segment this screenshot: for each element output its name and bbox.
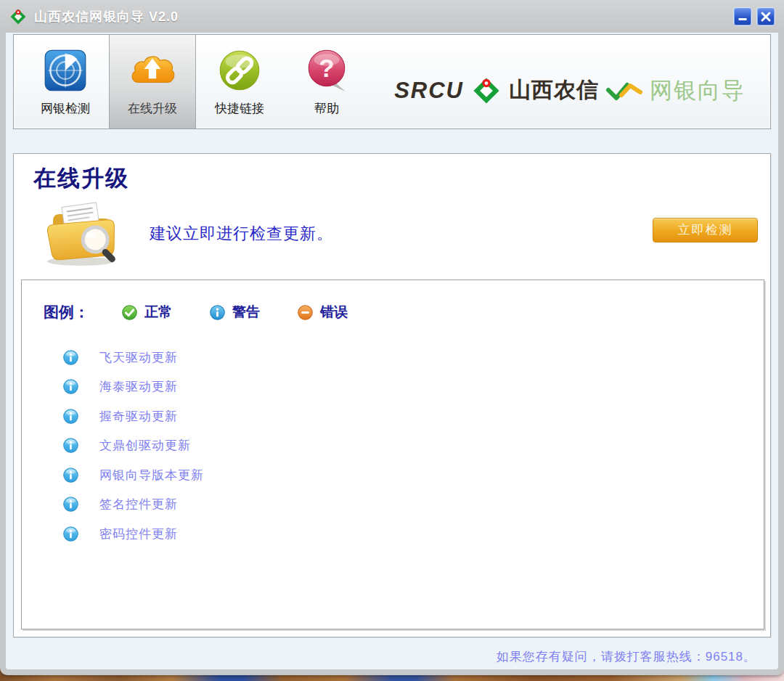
legend-title: 图例： (44, 302, 89, 322)
update-label: 签名控件更新 (99, 496, 178, 513)
toolbar-header: 网银检测 在线升级 (13, 34, 771, 129)
info-icon (63, 468, 78, 483)
legend-label-ok: 正常 (144, 303, 172, 322)
legend-item-warning: 警告 (210, 303, 260, 322)
update-list: 飞天驱动更新 海泰驱动更新 (22, 343, 764, 549)
check-now-button[interactable]: 立即检测 (653, 218, 758, 242)
legend-label-warning: 警告 (232, 303, 260, 322)
info-icon (63, 379, 78, 394)
brand-org-text: 山西农信 (509, 76, 599, 105)
toolbar-tabs: 网银检测 在线升级 (22, 35, 370, 129)
srcu-emblem-icon (470, 75, 502, 107)
minimize-button[interactable] (733, 7, 752, 26)
upgrade-suggestion-text: 建议立即进行检查更新。 (150, 223, 333, 245)
status-warning-icon (210, 305, 225, 320)
update-label: 文鼎创驱动更新 (99, 437, 191, 454)
update-label: 密码控件更新 (99, 526, 178, 542)
brand-check-mark-icon (605, 79, 643, 102)
close-icon (760, 11, 772, 23)
status-error-icon (298, 305, 313, 320)
info-icon (63, 526, 78, 542)
tab-label: 帮助 (314, 100, 339, 117)
brand-area: SRCU 山西农信 网银向导 (394, 52, 770, 129)
update-row-password-control[interactable]: 密码控件更新 (22, 519, 764, 549)
legend-item-error: 错误 (298, 303, 348, 322)
tab-label: 网银检测 (41, 100, 90, 117)
info-icon (63, 497, 78, 512)
legend-row: 图例： 正常 (44, 302, 348, 322)
page-title: 在线升级 (33, 163, 129, 194)
update-list-panel: 图例： 正常 (21, 280, 764, 629)
folder-search-icon (38, 197, 126, 266)
legend-item-ok: 正常 (122, 303, 172, 322)
status-ok-icon (122, 305, 137, 320)
update-row-wizard-version[interactable]: 网银向导版本更新 (22, 460, 764, 490)
statusbar: 如果您存有疑问，请拨打客服热线：96518。 (6, 643, 756, 669)
update-row-feitian[interactable]: 飞天驱动更新 (22, 343, 764, 372)
update-row-wendingchuang[interactable]: 文鼎创驱动更新 (22, 431, 764, 461)
update-label: 海泰驱动更新 (99, 378, 178, 395)
update-row-haitai[interactable]: 海泰驱动更新 (22, 372, 764, 402)
update-row-signature-control[interactable]: 签名控件更新 (22, 490, 764, 520)
tab-bank-detect[interactable]: 网银检测 (22, 35, 109, 129)
tab-online-upgrade[interactable]: 在线升级 (109, 35, 196, 129)
tab-quick-links[interactable]: 快捷链接 (196, 35, 283, 129)
tab-help[interactable]: ? 帮助 (283, 35, 370, 129)
legend-label-error: 错误 (320, 303, 348, 322)
help-bubble-icon: ? (303, 46, 351, 94)
info-icon (63, 438, 78, 453)
content-area: 网银检测 在线升级 (6, 33, 778, 669)
tab-label: 在线升级 (128, 100, 177, 117)
svg-text:?: ? (319, 54, 334, 82)
window-controls (733, 7, 775, 26)
tab-label: 快捷链接 (215, 100, 264, 117)
quick-link-icon (216, 46, 264, 94)
window-title: 山西农信网银向导 V2.0 (34, 8, 179, 25)
titlebar[interactable]: 山西农信网银向导 V2.0 (0, 0, 784, 33)
app-window: 山西农信网银向导 V2.0 (0, 0, 784, 675)
cloud-upgrade-icon (128, 46, 176, 94)
hotline-status-text: 如果您存有疑问，请拨打客服热线：96518。 (497, 648, 756, 665)
info-icon (63, 350, 78, 365)
update-row-woqi[interactable]: 握奇驱动更新 (22, 401, 764, 431)
brand-srcu-text: SRCU (394, 78, 464, 104)
app-logo-icon (9, 7, 28, 26)
minimize-icon (737, 11, 748, 23)
radar-detect-icon (41, 46, 89, 94)
info-icon (63, 409, 78, 424)
update-label: 握奇驱动更新 (99, 408, 178, 425)
main-panel: 在线升级 (13, 153, 771, 637)
update-label: 网银向导版本更新 (99, 467, 204, 484)
update-label: 飞天驱动更新 (99, 349, 178, 366)
brand-product-text: 网银向导 (650, 76, 746, 106)
close-button[interactable] (756, 7, 775, 26)
